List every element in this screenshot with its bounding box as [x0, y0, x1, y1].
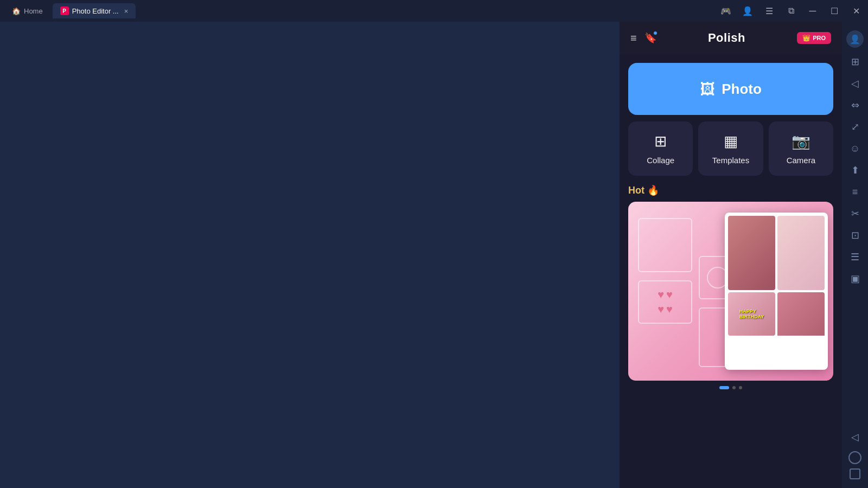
screen-icon[interactable]: ⧉ — [783, 3, 799, 18]
hot-title: Hot 🔥 — [628, 184, 833, 196]
action-collage[interactable]: ⊞ Collage — [628, 121, 693, 176]
notification-dot — [653, 31, 658, 35]
sidebar-terminal-icon[interactable]: ▣ — [845, 269, 865, 288]
collage-icon: ⊞ — [654, 132, 667, 150]
heart-2: ♥ — [666, 288, 673, 301]
pro-badge[interactable]: 👑 PRO — [797, 32, 831, 44]
sidebar-data-icon[interactable]: ≡ — [845, 182, 865, 202]
minimize-button[interactable]: ─ — [805, 3, 820, 18]
templates-icon: ▦ — [724, 132, 738, 150]
close-window-button[interactable]: ✕ — [848, 3, 864, 18]
collage-wrapper: ♥ ♥ ♥ ♥ — [628, 202, 833, 381]
action-grid: ⊞ Collage ▦ Templates 📷 Camera — [628, 121, 833, 176]
sidebar-upload-icon[interactable]: ⬆ — [845, 160, 865, 180]
main-area: ≡ 🔖 Polish 👑 PRO 🖼 Photo ⊞ — [0, 22, 868, 488]
photo-button-icon: 🖼 — [700, 80, 715, 98]
tab-home[interactable]: 🏠 Home — [4, 4, 50, 18]
birthday-text: HAPPYBIRTHDAY — [739, 309, 764, 319]
tab-photo-editor[interactable]: P Photo Editor ... × — [53, 3, 136, 18]
tab-close-button[interactable]: × — [124, 7, 129, 15]
app-title: Polish — [656, 31, 797, 45]
templates-label: Templates — [712, 156, 749, 165]
sidebar-list-icon[interactable]: ☰ — [845, 247, 865, 267]
heart-1: ♥ — [658, 288, 664, 301]
home-tab-label: Home — [24, 7, 43, 15]
header-left: ≡ 🔖 — [630, 32, 656, 44]
right-sidebar: 👤 ⊞ ◁ ⇔ ⤢ ☺ ⬆ ≡ ✂ ⊡ ☰ ▣ ◁ — [842, 22, 868, 488]
bookmark-icon[interactable]: 🔖 — [644, 32, 656, 44]
menu-icon[interactable]: ☰ — [762, 3, 777, 18]
crown-icon: 👑 — [802, 34, 810, 42]
hamburger-icon[interactable]: ≡ — [630, 32, 637, 44]
action-templates[interactable]: ▦ Templates — [698, 121, 763, 176]
app-tab-icon: P — [60, 7, 69, 15]
account-icon[interactable]: 👤 — [740, 3, 755, 18]
home-icon: 🏠 — [12, 7, 21, 15]
collage-photo-3: HAPPYBIRTHDAY — [728, 292, 775, 367]
photo-cake — [777, 216, 825, 290]
sidebar-scissors-icon[interactable]: ✂ — [845, 204, 865, 223]
collage-label: Collage — [647, 156, 674, 165]
camera-label: Camera — [787, 156, 815, 165]
bottom-icons: ◁ — [845, 427, 865, 479]
collage-photo-2 — [777, 216, 825, 290]
photo-woman-1 — [728, 216, 775, 290]
app-header: ≡ 🔖 Polish 👑 PRO — [620, 22, 842, 54]
dot-2 — [732, 386, 736, 389]
photo-collage-card: HAPPYBIRTHDAY — [725, 213, 828, 370]
active-tab-label: Photo Editor ... — [72, 7, 119, 15]
gamepad-icon[interactable]: 🎮 — [718, 3, 733, 18]
photo-woman-2 — [777, 292, 825, 336]
collage-photo-1 — [728, 216, 775, 290]
left-background — [0, 22, 620, 488]
hot-image[interactable]: ♥ ♥ ♥ ♥ — [628, 202, 833, 381]
restore-button[interactable]: ☐ — [827, 3, 842, 18]
sidebar-sound-icon[interactable]: ◁ — [845, 74, 865, 93]
sidebar-mirror-icon[interactable]: ⇔ — [845, 95, 865, 115]
sidebar-face-icon[interactable]: ☺ — [845, 139, 865, 158]
frame-topleft — [638, 218, 692, 272]
frame-bottomleft: ♥ ♥ ♥ ♥ — [638, 280, 692, 324]
titlebar: 🏠 Home P Photo Editor ... × 🎮 👤 ☰ ⧉ ─ ☐ … — [0, 0, 868, 22]
hot-section: Hot 🔥 ♥ ♥ ♥ ♥ — [620, 184, 842, 399]
sidebar-back-icon[interactable]: ◁ — [845, 427, 865, 447]
heart-4: ♥ — [666, 303, 673, 316]
circle-button[interactable] — [848, 451, 861, 464]
heart-3: ♥ — [658, 303, 664, 316]
pro-label: PRO — [813, 35, 826, 41]
dots-indicator — [628, 381, 833, 395]
sidebar-grid-icon[interactable]: ⊞ — [845, 52, 865, 72]
person-avatar-icon[interactable]: 👤 — [846, 30, 864, 48]
app-content: 🖼 Photo ⊞ Collage ▦ Templates 📷 Camera — [620, 54, 842, 488]
camera-icon: 📷 — [792, 132, 810, 150]
action-camera[interactable]: 📷 Camera — [769, 121, 833, 176]
sidebar-resize-icon[interactable]: ⤢ — [845, 117, 865, 137]
dot-3 — [739, 386, 742, 389]
collage-photo-4 — [777, 292, 825, 367]
photo-button-label: Photo — [722, 81, 762, 98]
photo-button[interactable]: 🖼 Photo — [628, 63, 833, 115]
photo-birthday: HAPPYBIRTHDAY — [728, 292, 775, 336]
sidebar-export-icon[interactable]: ⊡ — [845, 226, 865, 245]
titlebar-controls: 🎮 👤 ☰ ⧉ ─ ☐ ✕ — [718, 3, 864, 18]
square-button[interactable] — [850, 468, 860, 479]
hearts-container: ♥ ♥ ♥ ♥ — [653, 284, 677, 320]
dot-1 — [719, 386, 729, 389]
app-container: ≡ 🔖 Polish 👑 PRO 🖼 Photo ⊞ — [620, 22, 842, 488]
